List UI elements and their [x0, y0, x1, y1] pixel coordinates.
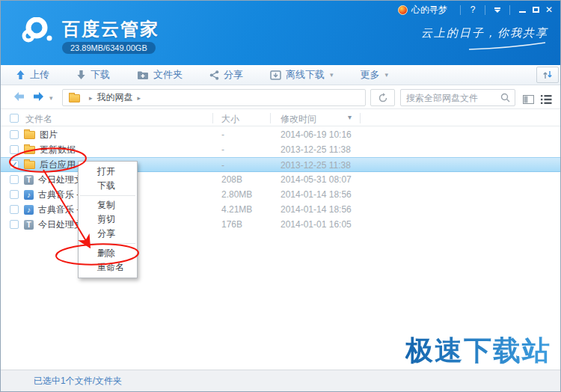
file-modified: 2014-01-14 18:56 — [280, 187, 352, 202]
folder-icon — [24, 131, 35, 139]
folder-icon — [24, 146, 35, 154]
search-input[interactable] — [401, 93, 500, 103]
table-row[interactable]: 更新数据 - 2013-12-25 11:38 — [1, 142, 561, 157]
column-divider — [212, 113, 213, 123]
storage-usage-badge: 23.89MB/6349.00GB — [62, 42, 156, 54]
file-size: - — [221, 158, 224, 173]
folder-icon — [24, 161, 35, 169]
context-menu-item[interactable]: 下载 — [79, 179, 137, 193]
upload-icon — [16, 70, 25, 80]
baidu-cloud-logo-icon — [22, 17, 58, 47]
transfer-arrows-icon — [542, 70, 553, 80]
column-divider — [270, 113, 271, 123]
app-window: 心的寻梦 ? ✕ 百度云管家 23.89MB/6349.00GB 云上的日子，你… — [0, 0, 561, 392]
download-icon — [76, 70, 86, 80]
file-modified: 2014-01-01 16:05 — [280, 217, 352, 232]
more-button[interactable]: 更多 ▾ — [361, 68, 389, 82]
column-header-size[interactable]: 大小 — [221, 113, 239, 126]
file-modified: 2013-12-25 11:38 — [280, 142, 351, 157]
upload-button[interactable]: 上传 — [16, 68, 49, 82]
column-header-modified[interactable]: 修改时间 — [280, 113, 316, 126]
file-size: 176B — [221, 217, 242, 232]
row-checkbox[interactable] — [10, 190, 19, 199]
minimize-button[interactable] — [515, 4, 529, 15]
username[interactable]: 心的寻梦 — [411, 4, 447, 16]
app-title: 百度云管家 — [62, 17, 159, 41]
context-menu-item[interactable]: 删除 — [79, 246, 137, 260]
back-button[interactable] — [13, 91, 25, 105]
context-menu-item[interactable]: 剪切 — [79, 212, 137, 227]
offline-download-icon — [270, 70, 281, 80]
refresh-icon — [378, 93, 388, 103]
context-menu-item[interactable]: 打开 — [79, 165, 137, 179]
chevron-down-icon: ▾ — [330, 71, 334, 79]
maximize-button[interactable] — [529, 4, 542, 15]
titlebar: 心的寻梦 ? ✕ — [1, 1, 561, 19]
row-checkbox[interactable] — [10, 205, 19, 214]
breadcrumb[interactable]: ▸ 我的网盘 ▸ — [62, 89, 366, 106]
transfer-list-button[interactable] — [536, 67, 559, 83]
context-menu-item[interactable]: 重命名 — [79, 260, 137, 275]
context-menu-item[interactable]: 分享 — [79, 227, 137, 241]
column-divider — [360, 113, 361, 123]
select-all-checkbox[interactable] — [10, 114, 19, 123]
context-menu-item[interactable]: 复制 — [79, 198, 137, 212]
grid-view-icon — [523, 95, 534, 104]
download-button[interactable]: 下载 — [76, 68, 110, 82]
menu-divider — [80, 243, 135, 244]
file-size: - — [221, 142, 224, 157]
file-size: 2.80MB — [221, 187, 252, 202]
offline-download-button[interactable]: 离线下载 ▾ — [270, 68, 334, 82]
menu-dropdown-button[interactable] — [491, 7, 504, 13]
row-checkbox[interactable]: ✓ — [10, 160, 19, 169]
column-header-name[interactable]: 文件名 — [25, 113, 52, 126]
list-view-button[interactable] — [541, 94, 552, 107]
breadcrumb-arrow-icon: ▸ — [138, 94, 141, 102]
selection-status-text: 已选中1个文件/文件夹 — [34, 376, 122, 386]
titlebar-divider — [485, 5, 485, 15]
history-dropdown-icon[interactable]: ▾ — [49, 94, 53, 102]
toolbar: 上传 下载 文件夹 分享 离线下载 ▾ — [1, 65, 561, 85]
music-file-icon: ♪ — [24, 205, 34, 215]
watermark-text: 极速下载站 — [405, 332, 551, 370]
user-avatar[interactable] — [398, 5, 408, 15]
new-folder-icon — [137, 70, 149, 80]
forward-button[interactable] — [32, 91, 45, 105]
row-checkbox[interactable] — [10, 130, 19, 139]
breadcrumb-root[interactable]: 我的网盘 — [97, 91, 133, 104]
search-icon[interactable] — [500, 93, 510, 102]
slogan-underline — [466, 42, 548, 51]
row-checkbox[interactable] — [10, 175, 19, 184]
folder-icon — [69, 94, 80, 102]
menu-divider — [80, 195, 135, 196]
share-button[interactable]: 分享 — [209, 68, 243, 82]
breadcrumb-arrow-icon: ▸ — [89, 94, 93, 102]
file-name: 更新数据 — [40, 144, 76, 156]
table-row[interactable]: 图片 - 2014-06-19 10:16 — [1, 127, 561, 142]
file-modified: 2014-06-19 10:16 — [280, 127, 352, 142]
share-icon — [209, 70, 219, 80]
file-modified: 2014-01-14 18:56 — [280, 202, 352, 217]
chevron-down-icon: ▾ — [385, 71, 389, 79]
file-size: 208B — [221, 172, 242, 187]
help-button[interactable]: ? — [466, 4, 479, 15]
titlebar-divider — [509, 5, 510, 15]
file-size: - — [221, 127, 224, 142]
music-file-icon: ♪ — [24, 190, 34, 200]
titlebar-divider — [460, 5, 461, 15]
text-file-icon: T — [24, 220, 34, 230]
refresh-button[interactable] — [370, 89, 395, 106]
sort-dropdown-icon[interactable]: ▾ — [348, 113, 352, 121]
navigation-bar: ▾ ▸ 我的网盘 ▸ — [1, 86, 561, 109]
row-checkbox[interactable] — [10, 220, 19, 229]
file-name: 后台应用 — [40, 159, 76, 171]
row-checkbox[interactable] — [10, 145, 19, 154]
slogan-text: 云上的日子，你我共享 — [421, 26, 548, 51]
grid-view-button[interactable] — [523, 94, 534, 107]
table-header: 文件名 大小 修改时间 ▾ — [1, 110, 561, 126]
app-header: 心的寻梦 ? ✕ 百度云管家 23.89MB/6349.00GB 云上的日子，你… — [1, 1, 561, 65]
close-button[interactable]: ✕ — [542, 4, 556, 15]
file-name: 图片 — [40, 129, 58, 141]
file-size: 4.21MB — [221, 202, 252, 217]
new-folder-button[interactable]: 文件夹 — [137, 68, 183, 82]
